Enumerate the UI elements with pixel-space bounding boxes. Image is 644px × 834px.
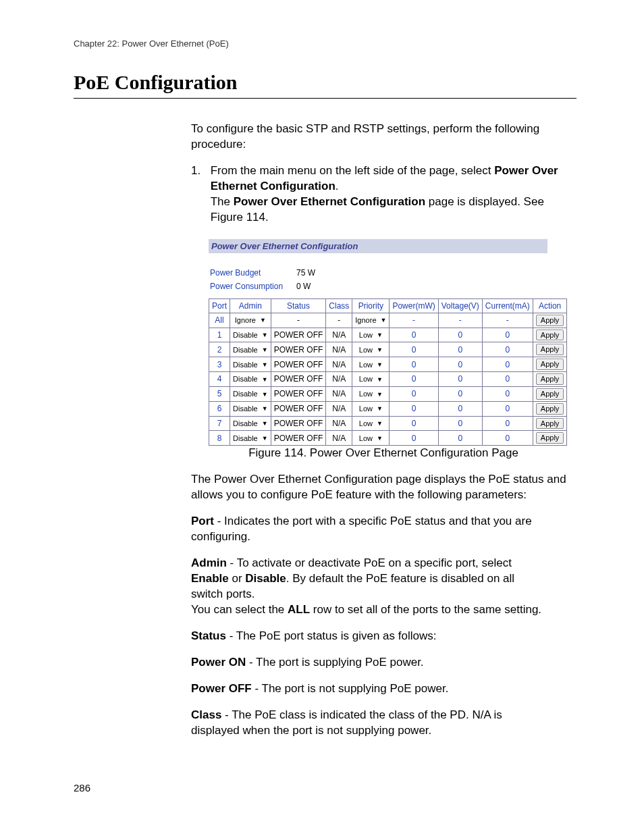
power-consumption-value: 0 W: [296, 280, 327, 292]
apply-button[interactable]: Apply: [536, 315, 564, 326]
step-text: The: [211, 195, 234, 208]
cell-priority: Low ▼: [352, 431, 390, 446]
table-row: 6Disable ▼POWER OFFN/ALow ▼000Apply: [209, 401, 567, 416]
cell-current: 0: [482, 328, 533, 342]
def-status: Status - The PoE port status is given as…: [191, 629, 547, 644]
dropdown[interactable]: Low ▼: [359, 330, 383, 340]
cell-admin: Disable ▼: [230, 431, 271, 446]
cell-voltage: 0: [438, 401, 482, 416]
chevron-down-icon: ▼: [262, 375, 268, 384]
cell-voltage: 0: [438, 372, 482, 387]
dropdown[interactable]: Disable ▼: [233, 330, 268, 340]
cell-action: Apply: [533, 357, 567, 372]
cell-admin: Disable ▼: [230, 386, 271, 401]
dropdown[interactable]: Disable ▼: [233, 374, 268, 384]
def-bold: Enable: [191, 572, 229, 585]
cell-status: POWER OFF: [271, 386, 326, 401]
cell-admin: Disable ▼: [230, 357, 271, 372]
power-budget-label: Power Budget: [210, 267, 295, 279]
dropdown[interactable]: Disable ▼: [233, 360, 268, 370]
def-text: - The port is not supplying PoE power.: [252, 682, 449, 695]
dropdown[interactable]: Disable ▼: [233, 389, 268, 399]
dropdown[interactable]: Low ▼: [359, 404, 383, 414]
table-row: 3Disable ▼POWER OFFN/ALow ▼000Apply: [209, 357, 567, 372]
apply-button[interactable]: Apply: [536, 388, 564, 400]
cell-status: POWER OFF: [271, 372, 326, 387]
dropdown[interactable]: Low ▼: [359, 374, 383, 384]
cell-action: Apply: [533, 431, 567, 446]
col-power: Power(mW): [390, 298, 438, 313]
dropdown[interactable]: Disable ▼: [233, 434, 268, 444]
dropdown[interactable]: Low ▼: [359, 419, 383, 429]
col-priority: Priority: [352, 298, 390, 313]
table-row: 7Disable ▼POWER OFFN/ALow ▼000Apply: [209, 416, 567, 431]
apply-button[interactable]: Apply: [536, 432, 564, 444]
cell-status: POWER OFF: [271, 431, 326, 446]
cell-port: 6: [209, 401, 230, 416]
def-admin: Admin - To activate or deactivate PoE on…: [191, 556, 547, 618]
dropdown[interactable]: Low ▼: [359, 360, 383, 370]
chevron-down-icon: ▼: [262, 346, 268, 354]
chevron-down-icon: ▼: [377, 390, 383, 398]
col-current: Current(mA): [482, 298, 533, 313]
step-number: 1.: [191, 163, 207, 179]
def-term: Status: [191, 629, 226, 642]
cell-class: N/A: [326, 401, 352, 416]
def-power-off: Power OFF - The port is not supplying Po…: [191, 681, 533, 697]
cell-voltage: 0: [438, 416, 482, 431]
def-text: - The PoE port status is given as follow…: [226, 629, 437, 642]
cell-current: 0: [482, 372, 533, 387]
cell-action: Apply: [533, 416, 567, 431]
cell-class: N/A: [326, 386, 352, 401]
def-power-on: Power ON - The port is supplying PoE pow…: [191, 655, 533, 671]
apply-button[interactable]: Apply: [536, 373, 564, 385]
cell-class: N/A: [326, 342, 352, 357]
cell-port: 4: [209, 372, 230, 387]
apply-button[interactable]: Apply: [536, 330, 564, 341]
chevron-down-icon: ▼: [377, 405, 383, 413]
apply-button[interactable]: Apply: [536, 344, 564, 355]
apply-button[interactable]: Apply: [536, 418, 564, 429]
apply-button[interactable]: Apply: [536, 359, 564, 370]
def-text: - To activate or deactivate PoE on a spe…: [227, 556, 512, 569]
def-term: Admin: [191, 556, 227, 569]
cell-current: 0: [482, 431, 533, 446]
dropdown[interactable]: Disable ▼: [233, 404, 268, 414]
cell-port: 5: [209, 386, 230, 401]
dropdown[interactable]: Low ▼: [359, 434, 383, 444]
cell-priority: Low ▼: [352, 342, 390, 357]
cell-power: 0: [390, 416, 438, 431]
cell-port: 2: [209, 342, 230, 357]
widget-title: Power Over Ethernet Configuration: [209, 239, 547, 254]
chevron-down-icon: ▼: [262, 419, 268, 427]
col-port: Port: [209, 298, 230, 313]
apply-button[interactable]: Apply: [536, 403, 564, 415]
dropdown[interactable]: Ignore ▼: [235, 315, 266, 325]
def-port: Port - Indicates the port with a specifi…: [191, 514, 547, 545]
cell-current: 0: [482, 416, 533, 431]
dropdown[interactable]: Disable ▼: [233, 419, 268, 429]
cell-power: 0: [390, 372, 438, 387]
dropdown[interactable]: Ignore ▼: [355, 315, 386, 325]
cell-action: Apply: [533, 342, 567, 357]
cell-admin: Disable ▼: [230, 416, 271, 431]
dropdown[interactable]: Disable ▼: [233, 345, 268, 355]
table-row: 1Disable ▼POWER OFFN/ALow ▼000Apply: [209, 328, 567, 342]
page-number: 286: [74, 782, 90, 793]
cell-class: -: [326, 313, 352, 328]
dropdown[interactable]: Low ▼: [359, 389, 383, 399]
cell-status: -: [271, 313, 326, 328]
cell-admin: Disable ▼: [230, 342, 271, 357]
cell-priority: Ignore ▼: [352, 313, 390, 328]
cell-status: POWER OFF: [271, 328, 326, 342]
cell-class: N/A: [326, 372, 352, 387]
chevron-down-icon: ▼: [377, 375, 383, 384]
after-figure-text: The Power Over Ethernet Configuration pa…: [191, 472, 576, 503]
dropdown[interactable]: Low ▼: [359, 345, 383, 355]
cell-status: POWER OFF: [271, 357, 326, 372]
cell-status: POWER OFF: [271, 401, 326, 416]
step-text: .: [336, 180, 339, 192]
step-text: From the main menu on the left side of t…: [211, 164, 495, 177]
col-class: Class: [326, 298, 352, 313]
cell-priority: Low ▼: [352, 357, 390, 372]
